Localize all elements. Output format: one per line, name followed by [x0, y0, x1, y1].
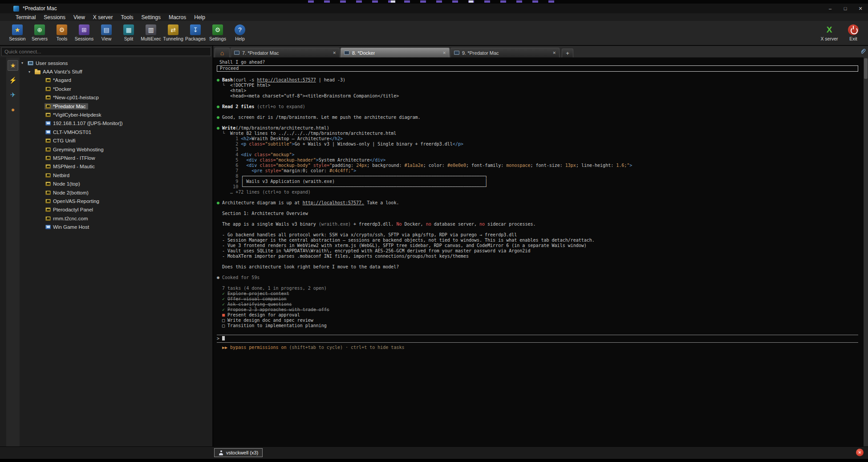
sessions-button[interactable]: ⊞Sessions [74, 24, 94, 41]
tree-item-ctg-unifi[interactable]: CTG Unifi [20, 137, 212, 145]
tree-item-aaa-vantz-s-stuff[interactable]: ▾AAA Vantz's Stuff [20, 67, 212, 76]
scrollbar-thumb[interactable] [864, 58, 868, 79]
tree-item-node-2-bottom[interactable]: Node 2(bottom) [20, 188, 212, 197]
servers-button[interactable]: ⊕Servers [29, 24, 50, 41]
attachments-icon[interactable] [860, 48, 867, 55]
maximize-button[interactable]: □ [838, 4, 853, 13]
new-tab-button[interactable]: + [562, 49, 573, 57]
tree-item-greyming-webhosting[interactable]: Greyming Webhosting [20, 145, 212, 154]
terminal-line: □ Transition to implementation planning [217, 323, 864, 328]
menu-tools[interactable]: Tools [117, 14, 138, 20]
menu-terminal[interactable]: Terminal [12, 14, 40, 20]
menu-settings[interactable]: Settings [138, 14, 165, 20]
terminal-line: ✓ Explore project context [217, 291, 864, 296]
tab-9-predator-mac[interactable]: 9. *Predator Mac✕ [450, 48, 560, 57]
ssh-icon [45, 199, 51, 203]
expand-caret-icon[interactable]: ▾ [21, 61, 25, 65]
favorites-star-button[interactable]: ★ [8, 60, 18, 71]
toolbar-label: Sessions [75, 36, 94, 41]
tree-item-predator-mac[interactable]: *Predator Mac [20, 102, 212, 110]
terminal-text: Present design for approval [227, 312, 300, 317]
terminal-tab-icon [234, 51, 239, 55]
terminal-link[interactable]: http://localhost:57577. [303, 200, 364, 205]
tools-button[interactable]: ⚙Tools [52, 24, 72, 41]
tree-item-rmm-t2cnc-com[interactable]: rmm.t2cnc.com [20, 214, 212, 223]
terminal-text: <div [241, 152, 251, 157]
tree-item-openvas-reporting[interactable]: OpenVAS-Reporting [20, 197, 212, 205]
menu-view[interactable]: View [69, 14, 89, 20]
view-button[interactable]: ▤View [96, 24, 117, 41]
tree-item-asgard[interactable]: *Asgard [20, 76, 212, 85]
terminal-line: <html> [217, 88, 864, 93]
packages-button[interactable]: ↧Packages [185, 24, 206, 41]
menu-x-server[interactable]: X server [89, 14, 117, 20]
quick-connect-input[interactable] [1, 47, 211, 56]
tree-item-clt-vmhost01[interactable]: CLT-VMHOST01 [20, 128, 212, 136]
help-button[interactable]: ?Help [230, 24, 250, 41]
terminal-input[interactable]: > [217, 335, 858, 343]
terminal-text: ▶▶ bypass permissions on [217, 345, 287, 350]
terminal-text: #e0e0e0 [447, 163, 466, 168]
tree-item-label: Node 2(bottom) [53, 190, 89, 195]
disconnect-button[interactable]: ⚡ [8, 75, 18, 85]
macros-button[interactable]: ✈ [8, 89, 18, 100]
tab-7-predator-mac[interactable]: 7. *Predator Mac✕ [231, 48, 340, 57]
permission-option-proceed[interactable]: Proceed [217, 66, 858, 71]
minimize-button[interactable]: – [823, 4, 838, 13]
menu-help[interactable]: Help [190, 14, 209, 20]
close-button[interactable]: ✕ [853, 4, 868, 13]
multiexec-button[interactable]: ▥MultiExec [141, 24, 161, 41]
settings-button[interactable]: ⚙Settings [207, 24, 228, 41]
tree-item-node-1-top[interactable]: Node 1(top) [20, 179, 212, 188]
terminal-line: - MobaXTerm importer parses .mobaconf IN… [217, 254, 864, 259]
split-button[interactable]: ▦Split [118, 24, 139, 41]
terminal-line: 7 tasks (4 done, 1 in progress, 2 open) [217, 286, 864, 291]
toolbar-label: Packages [185, 36, 206, 41]
tree-item-user-sessions[interactable]: ▾User sessions [20, 59, 212, 67]
expand-caret-icon[interactable]: ▾ [28, 70, 32, 74]
tab-home[interactable]: ⌂ [215, 48, 230, 57]
tree-item-pterodactyl-panel[interactable]: Pterodactyl Panel [20, 206, 212, 214]
terminal-text: □ [217, 318, 227, 323]
session-button[interactable]: ★Session [7, 24, 28, 41]
tree-item-win-game-host[interactable]: Win Game Host [20, 223, 212, 231]
tree-item-new-cp01-heistacp[interactable]: *New-cp01-heistacp [20, 93, 212, 102]
tab-close-icon[interactable]: ✕ [333, 51, 336, 55]
terminal-text: Propose 2-3 approaches with trade-offs [227, 307, 329, 312]
ssh-icon [45, 147, 51, 152]
session-tree: ▾User sessions▾AAA Vantz's Stuff*Asgard*… [20, 57, 212, 446]
exit-button[interactable]: Exit [843, 24, 864, 41]
packages-icon: ↧ [190, 24, 201, 35]
terminal-line: 6 <div class="mockup-body" style="paddin… [217, 163, 864, 168]
terminal-text: <head><meta charset="utf-8"><title>Brain… [217, 93, 399, 98]
tab-close-icon[interactable]: ✕ [552, 51, 556, 55]
tree-item-netbird[interactable]: Netbird [20, 171, 212, 179]
tree-item-docker[interactable]: *Docker [20, 85, 212, 93]
terminal[interactable]: Shall I go ahead? Proceed ● Bash(curl -s… [213, 57, 864, 446]
tab-8-docker[interactable]: 8. *Docker✕ [341, 48, 450, 57]
tunneling-button[interactable]: ⇄Tunneling [163, 24, 183, 41]
tab-label: 7. *Predator Mac [242, 50, 279, 56]
tree-item-mspnerd-mautic[interactable]: MSPNerd - Mautic [20, 162, 212, 171]
toolbar-left-group: ★Session⊕Servers⚙Tools⊞Sessions▤View▦Spl… [0, 24, 250, 41]
toolbar-label: Tools [57, 36, 68, 41]
tree-item-vigilcyber-helpdesk[interactable]: *VigilCyber-Helpdesk [20, 110, 212, 119]
menu-macros[interactable]: Macros [165, 14, 190, 20]
sidebar-rail: ★⚡✈● [6, 57, 20, 446]
tab-label: 8. *Docker [352, 50, 375, 56]
terminal-text: <div [246, 158, 257, 162]
terminal-line: ● Bash(curl -s http://localhost:57577 | … [217, 77, 864, 83]
status-session-chip[interactable]: vstockwell (x3) [214, 448, 263, 457]
status-close-button[interactable]: ✕ [856, 449, 864, 456]
x-server-button[interactable]: XX server [819, 24, 840, 41]
menu-sessions[interactable]: Sessions [40, 14, 69, 20]
tab-close-icon[interactable]: ✕ [442, 51, 446, 55]
terminal-scrollbar[interactable] [864, 57, 868, 446]
terminal-text: Wrote 82 lines to ../../../../tmp/brains… [230, 131, 396, 136]
terminal-link[interactable]: http://localhost:57577 [257, 77, 316, 82]
tree-item-mspnerd-itflow[interactable]: MSPNerd - ITFlow [20, 154, 212, 162]
terminal-text: 7 [217, 168, 241, 173]
tree-item-192-168-1-107-ups-monitor[interactable]: 192.168.1.107 ([UPS-Monitor]) [20, 119, 212, 128]
sftp-button[interactable]: ● [8, 104, 18, 115]
toolbar-label: Session [9, 36, 25, 41]
